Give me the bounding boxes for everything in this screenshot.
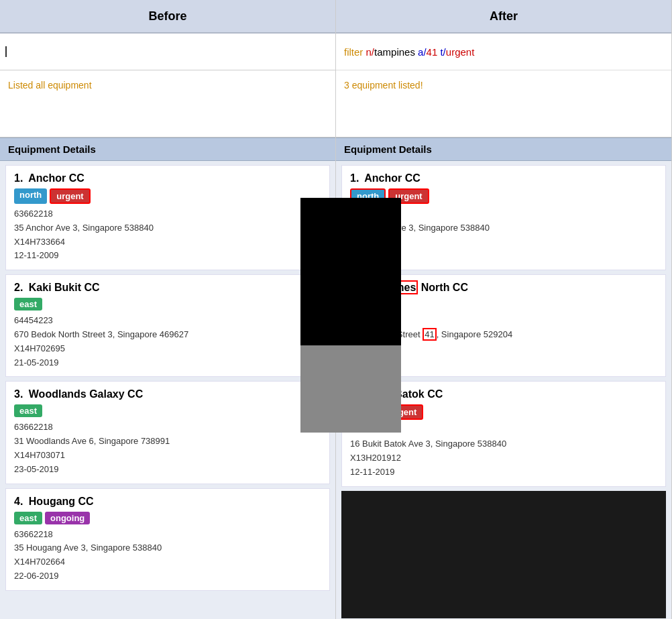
left-panel-header: Before	[0, 0, 335, 34]
item-code: X14H703071	[14, 449, 321, 463]
item-detail: 63662218 35 Anchor Ave 3, Singapore 5388…	[14, 207, 321, 263]
item-code: X13H201912	[350, 451, 657, 465]
item-detail: 63662218 31 Woodlands Ave 6, Singapore 7…	[14, 420, 321, 476]
item-address: 16 Bukit Batok Ave 3, Singapore 538840	[350, 437, 657, 451]
item-date: 21-05-2019	[14, 356, 321, 370]
item-date: 12-11-2009	[14, 249, 321, 263]
item-title: 2. Kaki Bukit CC	[14, 282, 321, 294]
item-address: 35 Anchor Ave 3, Singapore 538840	[14, 221, 321, 235]
list-item: 3. Woodlands Galaxy CC east 63662218 31 …	[5, 381, 330, 484]
black-footer-block	[341, 491, 666, 618]
item-address: 35 Hougang Ave 3, Singapore 538840	[14, 541, 321, 555]
item-phone: 63662218	[14, 528, 321, 542]
right-panel-header: After	[336, 0, 671, 34]
item-address: 31 Woodlands Ave 6, Singapore 738991	[14, 435, 321, 449]
item-phone: 64454223	[14, 314, 321, 328]
left-section-title: Equipment Details	[8, 144, 96, 155]
item-code: X14H702664	[14, 555, 321, 569]
left-status-text: Listed all equipment	[8, 80, 92, 91]
left-header-title: Before	[148, 9, 186, 23]
left-equipment-list: 1. Anchor CC north urgent 63662218 35 An…	[0, 161, 335, 619]
tag-east: east	[14, 404, 42, 417]
item-code: X14H733664	[14, 235, 321, 249]
item-detail: 63662218 35 Hougang Ave 3, Singapore 538…	[14, 528, 321, 583]
left-command-input[interactable]	[5, 46, 330, 57]
item-date: 12-11-2019	[350, 465, 657, 480]
list-item: 1. Anchor CC north urgent 63662218 35 An…	[5, 165, 330, 270]
right-header-title: After	[490, 9, 518, 23]
item-code: X14H702695	[14, 342, 321, 356]
item-title: 3. Woodlands Galaxy CC	[14, 388, 321, 400]
left-panel: Before Listed all equipment Equipment De…	[0, 0, 336, 619]
item-detail: 64454223 670 Bedok North Street 3, Singa…	[14, 314, 321, 370]
item-phone: 63662218	[14, 420, 321, 435]
tag-east: east	[14, 298, 42, 311]
right-section-header: Equipment Details	[336, 137, 671, 161]
left-status-area: Listed all equipment	[0, 70, 335, 137]
item-title: 1. Anchor CC	[350, 172, 657, 184]
tag-ongoing: ongoing	[45, 512, 90, 524]
list-item: 4. Hougang CC east ongoing 63662218 35 H…	[5, 488, 330, 591]
obscured-overlay	[300, 198, 401, 345]
item-title: 1. Anchor CC	[14, 172, 321, 184]
right-input-area: filter n/tampines a/41 t/urgent	[336, 34, 671, 70]
obscured-overlay-gray	[300, 345, 401, 433]
right-filter-command: filter n/tampines a/41 t/urgent	[344, 46, 474, 58]
left-section-header: Equipment Details	[0, 137, 335, 161]
item-date: 23-05-2019	[14, 463, 321, 477]
item-tags: north urgent	[14, 188, 321, 204]
item-tags: east	[14, 404, 321, 417]
tag-east: east	[14, 512, 42, 524]
left-input-area[interactable]	[0, 34, 335, 70]
item-date: 22-06-2019	[14, 569, 321, 583]
item-phone: 63662218	[14, 207, 321, 221]
list-item: 2. Kaki Bukit CC east 64454223 670 Bedok…	[5, 274, 330, 377]
right-status-text: 3 equipment listed!	[344, 80, 423, 91]
item-address: 670 Bedok North Street 3, Singapore 4696…	[14, 328, 321, 342]
tag-urgent: urgent	[50, 188, 90, 204]
highlighted-address-num: 41	[423, 328, 436, 341]
item-title: 4. Hougang CC	[14, 496, 321, 508]
tag-north: north	[14, 188, 47, 204]
right-status-area: 3 equipment listed!	[336, 70, 671, 137]
item-tags: east ongoing	[14, 512, 321, 524]
right-section-title: Equipment Details	[344, 144, 432, 155]
item-tags: east	[14, 298, 321, 311]
